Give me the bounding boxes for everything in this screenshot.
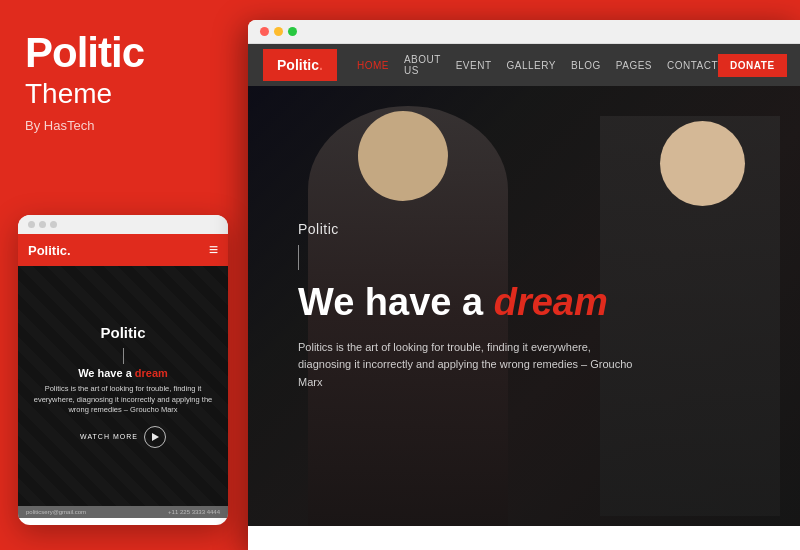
- desktop-hero: Politic We have a dream Politics is the …: [248, 86, 800, 526]
- hero-subtitle: Politic: [298, 221, 750, 237]
- desktop-logo[interactable]: Politic.: [263, 49, 337, 81]
- nav-pages[interactable]: PAGES: [616, 60, 652, 71]
- browser-bar: [248, 20, 800, 44]
- mobile-headline-dream: dream: [135, 367, 168, 379]
- browser-close-dot: [260, 27, 269, 36]
- mobile-window-controls: [18, 215, 228, 234]
- left-panel: Politic Theme By HasTech Politic. ≡ Poli…: [0, 0, 248, 550]
- mobile-phone: +11 225 3333 4444: [168, 509, 220, 515]
- mobile-dot-2: [39, 221, 46, 228]
- nav-contact[interactable]: CONTACT: [667, 60, 718, 71]
- donate-button[interactable]: DONATE: [718, 54, 786, 77]
- mobile-dot-1: [28, 221, 35, 228]
- photo-head-1: [358, 111, 448, 201]
- mobile-preview: Politic. ≡ Politic We have a dream Polit…: [18, 215, 228, 525]
- mobile-hero: Politic We have a dream Politics is the …: [18, 266, 228, 506]
- mobile-navbar: Politic. ≡: [18, 234, 228, 266]
- hero-description: Politics is the art of looking for troub…: [298, 339, 638, 392]
- mobile-watch-more[interactable]: WATCH MORE: [80, 426, 166, 448]
- mobile-dot-3: [50, 221, 57, 228]
- hero-headline-plain: We have a: [298, 281, 494, 323]
- mobile-desc: Politics is the art of looking for troub…: [28, 384, 218, 416]
- nav-home[interactable]: HOME: [357, 60, 389, 71]
- mobile-hero-title: Politic: [100, 324, 145, 341]
- watch-more-label: WATCH MORE: [80, 433, 138, 440]
- brand-subtitle: Theme: [25, 78, 223, 110]
- hero-headline-dream: dream: [494, 281, 608, 323]
- nav-about[interactable]: ABOUT US: [404, 54, 441, 76]
- desktop-logo-text: Politic.: [277, 57, 323, 73]
- mobile-logo-text: Politic.: [28, 243, 71, 258]
- nav-event[interactable]: EVENT: [456, 60, 492, 71]
- hamburger-icon[interactable]: ≡: [209, 242, 218, 258]
- mobile-footer: politicsery@gmail.com +11 225 3333 4444: [18, 506, 228, 518]
- desktop-navbar: Politic. HOME ABOUT US EVENT GALLERY BLO…: [248, 44, 800, 86]
- browser-minimize-dot: [274, 27, 283, 36]
- nav-links: HOME ABOUT US EVENT GALLERY BLOG PAGES C…: [357, 54, 718, 76]
- browser-maximize-dot: [288, 27, 297, 36]
- mobile-headline: We have a dream: [78, 367, 168, 379]
- play-button[interactable]: [144, 426, 166, 448]
- mobile-headline-plain: We have a: [78, 367, 135, 379]
- brand-title: Politic: [25, 30, 223, 76]
- hero-content: Politic We have a dream Politics is the …: [298, 221, 750, 392]
- mobile-email: politicsery@gmail.com: [26, 509, 86, 515]
- nav-gallery[interactable]: GALLERY: [507, 60, 556, 71]
- mobile-logo: Politic.: [28, 243, 71, 258]
- hero-headline: We have a dream: [298, 282, 750, 324]
- desktop-preview: Politic. HOME ABOUT US EVENT GALLERY BLO…: [248, 20, 800, 550]
- mobile-separator: [123, 348, 124, 364]
- hero-separator: [298, 245, 299, 270]
- brand-author: By HasTech: [25, 118, 223, 133]
- logo-period: .: [319, 57, 323, 73]
- play-icon: [152, 433, 159, 441]
- nav-blog[interactable]: BLOG: [571, 60, 601, 71]
- photo-head-2: [660, 121, 745, 206]
